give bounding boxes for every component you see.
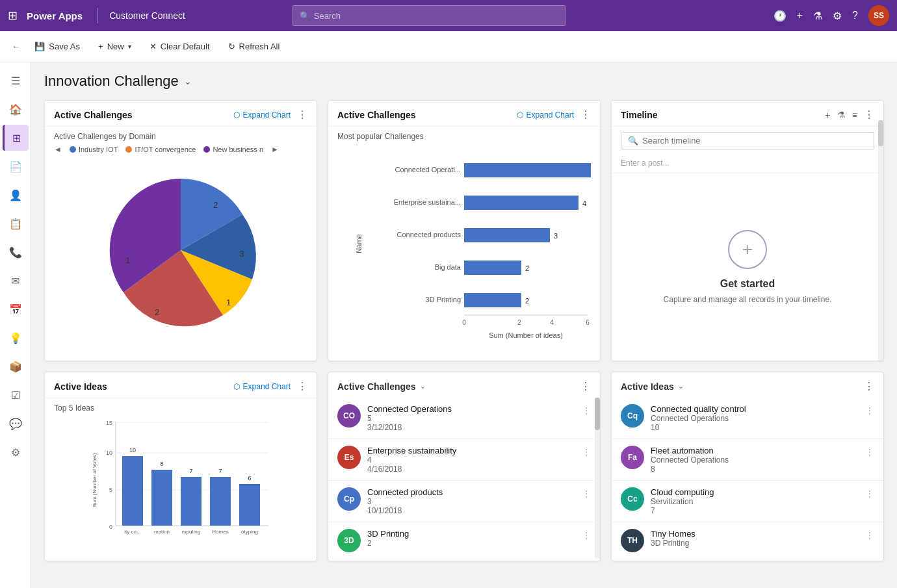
list-item: Es Enterprise sustainability 4 4/16/2018…: [328, 439, 600, 481]
list-item-avatar-3: 3D: [337, 529, 361, 552]
list-item-title-6-0: Connected quality control: [651, 404, 859, 414]
user-avatar[interactable]: SS: [868, 5, 889, 26]
global-search-input[interactable]: [314, 11, 558, 21]
card5-title: Active Challenges: [337, 381, 416, 392]
pie-chart-container: 2 3 1 2 1: [54, 159, 307, 341]
filter-icon[interactable]: ⚗: [813, 10, 822, 22]
list-item-avatar-0: CO: [337, 404, 361, 428]
legend-next-icon[interactable]: ►: [271, 145, 279, 154]
back-button[interactable]: ←: [8, 38, 24, 55]
list-item-menu-1[interactable]: ⋮: [582, 447, 591, 457]
list-item-sub-3: 2: [367, 539, 575, 548]
sidebar-item-products[interactable]: 📦: [3, 353, 29, 379]
list-item-menu-2[interactable]: ⋮: [582, 489, 591, 499]
sidebar-item-calls[interactable]: 📞: [3, 239, 29, 265]
timeline-header-right: + ⚗ ≡ ⋮: [825, 109, 874, 121]
card4-expand-button[interactable]: ⬡ Expand Chart: [233, 382, 291, 391]
sidebar-item-mail[interactable]: ✉: [3, 268, 29, 294]
ideas-val-2: 7: [189, 468, 192, 474]
list-item-menu-6-0[interactable]: ⋮: [865, 405, 874, 416]
timeline-scroll-thumb[interactable]: [878, 120, 883, 146]
sidebar-item-menu[interactable]: ☰: [3, 68, 29, 94]
list-item-title-3: 3D Printing: [367, 529, 575, 539]
recent-icon[interactable]: 🕐: [774, 10, 786, 22]
pie-label-0: 2: [213, 200, 218, 210]
list-item-menu-0[interactable]: ⋮: [582, 405, 591, 416]
list-item-content-6-0: Connected quality control Connected Oper…: [651, 404, 859, 432]
card4-header: Active Ideas ⬡ Expand Chart ⋮: [45, 372, 317, 398]
sidebar-item-pages[interactable]: 📄: [3, 153, 29, 179]
timeline-search-input[interactable]: [642, 136, 867, 146]
module-name: Customer Connect: [109, 10, 185, 21]
settings-icon[interactable]: ⚙: [833, 10, 842, 22]
sidebar-item-insights[interactable]: 💡: [3, 325, 29, 351]
list-item-menu-6-2[interactable]: ⋮: [865, 489, 874, 499]
list-item-menu-6-1[interactable]: ⋮: [865, 447, 874, 457]
refresh-all-button[interactable]: ↻ Refresh All: [220, 38, 288, 55]
active-challenges-list-card: Active Challenges ⌄ ⋮ CO Connected Opera…: [328, 372, 601, 561]
help-icon[interactable]: ?: [852, 10, 858, 21]
sidebar-item-chat[interactable]: 💬: [3, 411, 29, 437]
card5-chevron-icon[interactable]: ⌄: [420, 382, 426, 390]
card2-chart-area: Most popular Challenges Connected Operat…: [328, 127, 600, 361]
ideas-val-0: 10: [129, 447, 136, 454]
timeline-menu-icon[interactable]: ⋮: [864, 109, 874, 121]
timeline-empty-subtitle: Capture and manage all records in your t…: [664, 295, 832, 304]
card5-scrollbar-thumb[interactable]: [595, 398, 600, 430]
card5-scroll-wrap: CO Connected Operations 5 3/12/2018 ⋮: [328, 398, 600, 559]
save-as-button[interactable]: 💾 Save As: [27, 38, 88, 55]
ideas-bar-3: [210, 477, 231, 526]
clear-default-button[interactable]: ✕ Clear Default: [142, 38, 218, 55]
list-item-menu-3[interactable]: ⋮: [582, 530, 591, 541]
ideas-bar-chart-svg: 0 5 10 15 10 8: [54, 415, 307, 558]
timeline-add-icon[interactable]: +: [825, 109, 831, 120]
timeline-empty-title: Get started: [720, 278, 775, 290]
list-item: CO Connected Operations 5 3/12/2018 ⋮: [328, 398, 600, 439]
card4-title: Active Ideas: [54, 381, 107, 392]
card1-menu-icon[interactable]: ⋮: [297, 109, 307, 121]
y-tick-0: 0: [109, 524, 112, 530]
top-navigation: ⊞ Power Apps Customer Connect 🔍 🕐 + ⚗ ⚙ …: [0, 0, 897, 31]
card3-header: Timeline + ⚗ ≡ ⋮: [612, 101, 883, 127]
bar-rect-3: [464, 261, 521, 275]
legend-dot-1: [125, 146, 132, 153]
list-item-avatar-6-3: TH: [621, 529, 644, 552]
list-item-menu-6-3[interactable]: ⋮: [865, 530, 874, 541]
page-title-chevron[interactable]: ⌄: [184, 76, 192, 86]
card2-menu-icon[interactable]: ⋮: [580, 109, 591, 121]
legend-dot-0: [70, 146, 76, 153]
card4-menu-icon[interactable]: ⋮: [297, 380, 307, 392]
sidebar-item-home[interactable]: 🏠: [3, 96, 29, 122]
global-search[interactable]: 🔍: [292, 5, 566, 26]
timeline-search[interactable]: 🔍: [621, 132, 874, 149]
sidebar-item-tasks[interactable]: ☑: [3, 382, 29, 408]
timeline-filter-icon[interactable]: ⚗: [837, 110, 846, 120]
card6-menu-icon[interactable]: ⋮: [864, 380, 874, 392]
sidebar-item-activities[interactable]: 📋: [3, 211, 29, 236]
x-tick-1: 2: [517, 319, 521, 326]
list-item-title-6-2: Cloud computing: [651, 487, 859, 497]
list-item-title-1: Enterprise sustainability: [367, 446, 575, 455]
bar-label-3: Big data: [435, 263, 462, 271]
card5-header: Active Challenges ⌄ ⋮: [328, 372, 600, 398]
pie-label-3: 2: [155, 307, 159, 317]
ideas-val-4: 6: [248, 475, 251, 481]
timeline-plus-circle: +: [728, 230, 767, 269]
add-icon[interactable]: +: [797, 10, 803, 21]
sidebar-item-dashboard[interactable]: ⊞: [3, 125, 29, 151]
card5-menu-icon[interactable]: ⋮: [580, 380, 591, 392]
card2-expand-button[interactable]: ⬡ Expand Chart: [517, 110, 574, 120]
legend-prev-icon[interactable]: ◄: [54, 145, 62, 154]
card6-chevron-icon[interactable]: ⌄: [678, 382, 684, 390]
card6-list: Cq Connected quality control Connected O…: [612, 398, 883, 559]
sidebar-item-contacts[interactable]: 👤: [3, 182, 29, 208]
timeline-post-input[interactable]: Enter a post...: [612, 155, 883, 173]
list-item-sub-0: 5 3/12/2018: [367, 414, 575, 432]
card1-expand-button[interactable]: ⬡ Expand Chart: [233, 110, 291, 120]
new-button[interactable]: + New ▾: [90, 38, 139, 55]
list-item-sub-6-1: Connected Operations 8: [651, 455, 859, 474]
timeline-columns-icon[interactable]: ≡: [852, 110, 857, 120]
sidebar-item-settings[interactable]: ⚙: [3, 439, 29, 465]
waffle-icon[interactable]: ⊞: [8, 8, 18, 23]
sidebar-item-calendar[interactable]: 📅: [3, 296, 29, 322]
